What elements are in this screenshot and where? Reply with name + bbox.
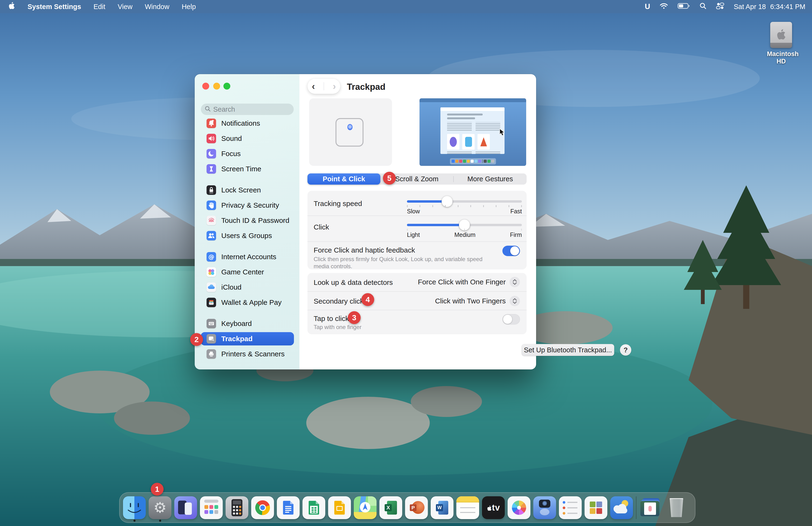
cloud-icon (206, 283, 216, 292)
dock-icon-google-docs[interactable] (277, 496, 300, 519)
back-button[interactable]: ‹ (312, 81, 315, 92)
search-input[interactable] (213, 105, 285, 113)
dock-icon-apple-tv[interactable]: tv (482, 496, 505, 519)
tap-to-click-description: Tap with one finger (314, 324, 361, 331)
game-center-bubbles-icon (206, 267, 216, 277)
fingerprint-icon (206, 216, 216, 225)
click-slider[interactable] (407, 224, 522, 226)
dock-icon-downloads-stack[interactable] (639, 496, 662, 519)
sidebar-item-screen-time[interactable]: Screen Time (195, 161, 300, 176)
desktop-drive-macintosh-hd[interactable]: Macintosh HD (767, 22, 795, 65)
popup-chevrons-icon (509, 296, 520, 306)
sidebar-item-lock-screen[interactable]: Lock Screen (195, 183, 300, 198)
dock-divider (636, 496, 637, 519)
sidebar-item-focus[interactable]: Focus (195, 146, 300, 161)
dock-icon-photos[interactable] (508, 496, 531, 519)
close-window-button[interactable] (202, 83, 209, 89)
menu-window[interactable]: Window (145, 3, 169, 11)
tap-to-click-toggle[interactable] (503, 314, 520, 325)
apple-menu-icon[interactable] (8, 2, 15, 12)
sidebar-item-notifications[interactable]: Notifications (195, 116, 300, 131)
secondary-click-value: Click with Two Fingers (435, 297, 506, 305)
dock-icon-notes[interactable] (456, 496, 479, 519)
moon-icon (206, 149, 216, 158)
minimize-window-button[interactable] (213, 83, 220, 89)
dock-icon-iphone-mirroring[interactable] (174, 496, 197, 519)
printer-icon (206, 349, 216, 359)
tab-point-and-click[interactable]: Point & Click (307, 173, 380, 185)
sidebar-item-touch-id[interactable]: Touch ID & Password (195, 213, 300, 228)
dock-icon-maps[interactable] (354, 496, 377, 519)
force-click-row: Force Click and haptic feedback Click th… (307, 241, 527, 269)
look-up-popup[interactable]: Force Click with One Finger (418, 277, 520, 287)
menu-edit[interactable]: Edit (93, 3, 105, 11)
sidebar-item-sound[interactable]: Sound (195, 131, 300, 146)
users-icon (206, 231, 216, 240)
sidebar-search-field[interactable] (201, 103, 294, 115)
force-click-toggle[interactable] (503, 246, 520, 256)
search-icon (205, 106, 211, 113)
trackpad-touch-dot (347, 124, 352, 130)
dock-icon-excel[interactable]: X (379, 496, 402, 519)
tracking-speed-slider[interactable] (407, 200, 522, 203)
sidebar-item-printers-scanners[interactable]: Printers & Scanners (195, 346, 300, 361)
sidebar-item-keyboard[interactable]: Keyboard (195, 316, 300, 331)
trackpad-tab-bar: Point & Click Scroll & Zoom More Gesture… (307, 173, 527, 185)
setup-bluetooth-trackpad-button[interactable]: Set Up Bluetooth Trackpad... (522, 344, 614, 356)
spotlight-search-icon[interactable] (699, 2, 707, 11)
help-button[interactable]: ? (620, 344, 631, 356)
svg-text:@: @ (208, 254, 214, 260)
trackpad-icon (206, 334, 216, 343)
dock-icon-camera-app[interactable] (533, 496, 556, 519)
dock-icon-powerpoint[interactable]: P (405, 496, 428, 519)
hand-icon (206, 200, 216, 210)
sidebar-item-internet-accounts[interactable]: @ Internet Accounts (195, 249, 300, 265)
dock-icon-office-hub[interactable] (584, 496, 607, 519)
zoom-window-button[interactable] (223, 83, 230, 89)
dock-icon-google-slides[interactable] (328, 496, 351, 519)
settings-sidebar: Notifications Sound Focus Screen Time (195, 74, 300, 369)
wallet-icon (206, 298, 216, 307)
wifi-icon[interactable] (659, 2, 668, 11)
step-badge-2: 2 (190, 333, 203, 346)
dock-icon-word[interactable]: W (431, 496, 453, 519)
sidebar-item-users-groups[interactable]: Users & Groups (195, 228, 300, 243)
dock-icon-weather[interactable] (610, 496, 633, 519)
vendor-status-icon[interactable]: U (645, 2, 650, 11)
click-tick-medium: Medium (454, 231, 476, 238)
dock-icon-reminders[interactable] (559, 496, 582, 519)
menu-help[interactable]: Help (182, 3, 196, 11)
sidebar-item-trackpad[interactable]: Trackpad (195, 331, 300, 346)
click-tick-light: Light (407, 231, 420, 238)
sidebar-item-privacy-security[interactable]: Privacy & Security (195, 198, 300, 213)
dock-icon-calculator[interactable] (226, 496, 248, 519)
force-click-description: Click then press firmly for Quick Look, … (314, 256, 499, 270)
dock-icon-launchpad[interactable] (200, 496, 223, 519)
sidebar-item-wallet[interactable]: Wallet & Apple Pay (195, 295, 300, 310)
battery-icon[interactable] (678, 3, 690, 11)
bell-icon (206, 118, 216, 128)
dock-icon-system-settings[interactable]: ⚙ (149, 496, 171, 519)
control-center-icon[interactable] (716, 2, 724, 11)
page-title: Trackpad (347, 82, 385, 92)
secondary-click-row: Secondary click Click with Two Fingers (307, 291, 527, 310)
forward-button[interactable]: › (333, 81, 336, 92)
dock-icon-trash[interactable] (665, 496, 688, 519)
dock-icon-google-sheets[interactable] (303, 496, 325, 519)
tab-more-gestures[interactable]: More Gestures (454, 173, 527, 185)
sidebar-item-icloud[interactable]: iCloud (195, 280, 300, 295)
menubar-clock[interactable]: Sat Apr 186:34:41 PM (734, 3, 806, 11)
menubar-app-name[interactable]: System Settings (28, 3, 81, 11)
menu-view[interactable]: View (118, 3, 132, 11)
running-indicator-finder (133, 520, 135, 522)
look-up-label: Look up & data detectors (314, 279, 393, 286)
sidebar-item-game-center[interactable]: Game Center (195, 265, 300, 280)
dock-icon-chrome[interactable] (251, 496, 274, 519)
dock-icon-finder[interactable] (123, 496, 146, 519)
hourglass-icon (206, 164, 216, 174)
keyboard-icon (206, 319, 216, 328)
tracking-speed-ticks (407, 205, 522, 207)
force-click-label: Force Click and haptic feedback (314, 246, 415, 254)
tap-to-click-row: Tap to click Tap with one finger (307, 310, 527, 334)
secondary-click-popup[interactable]: Click with Two Fingers (435, 296, 520, 306)
